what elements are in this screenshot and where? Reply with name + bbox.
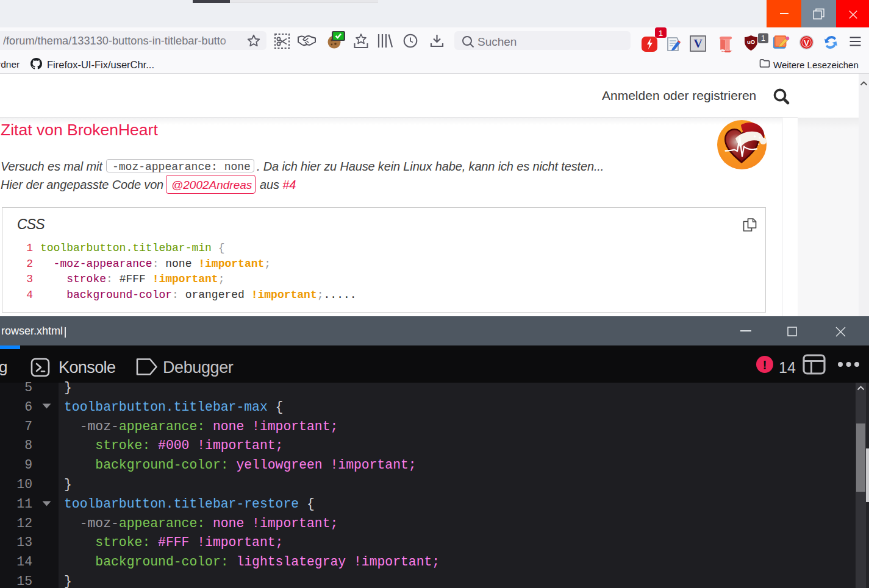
svg-text:V: V — [804, 38, 809, 48]
svg-text:1: 1 — [659, 29, 663, 38]
svg-text:V: V — [693, 37, 703, 50]
svg-text:1: 1 — [761, 34, 765, 43]
svg-text:uO: uO — [747, 38, 755, 45]
